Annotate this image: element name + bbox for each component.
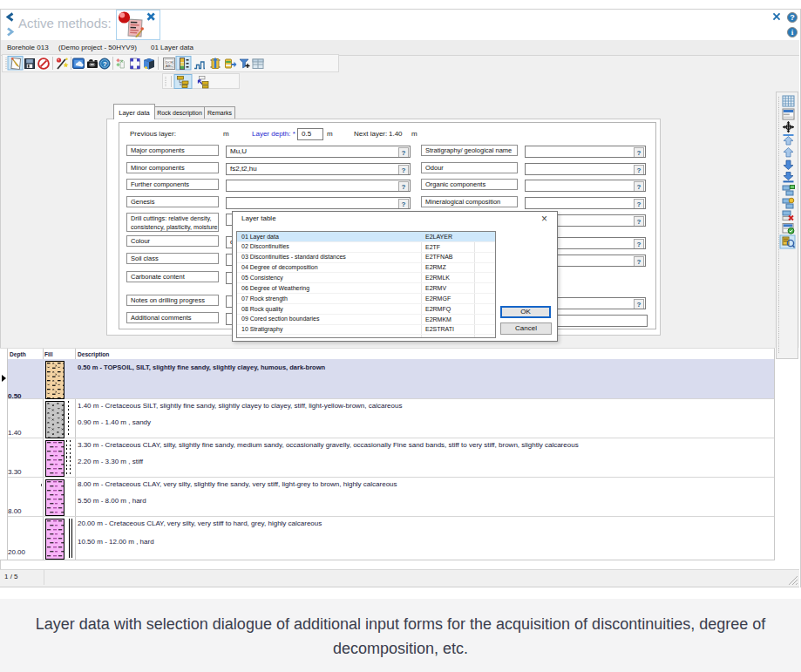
svg-text:?: ?	[103, 60, 107, 68]
svg-text:ABC: ABC	[166, 64, 173, 68]
